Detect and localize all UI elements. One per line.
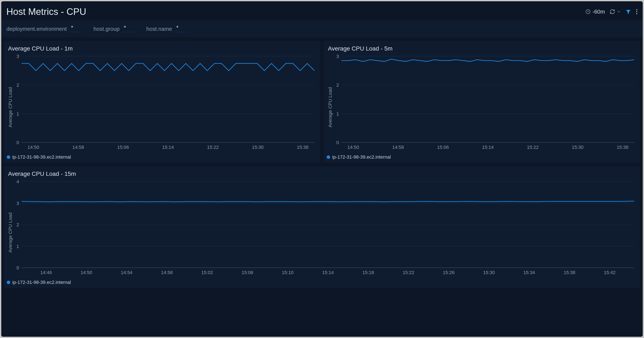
svg-text:3: 3 bbox=[16, 54, 19, 59]
more-menu-button[interactable] bbox=[636, 9, 638, 15]
svg-text:15:02: 15:02 bbox=[201, 270, 213, 275]
svg-text:15:26: 15:26 bbox=[443, 270, 454, 275]
header-actions: -60m bbox=[585, 9, 638, 15]
svg-text:15:38: 15:38 bbox=[564, 270, 575, 275]
chart-svg: 012314:5014:5815:0615:1415:2215:3015:38 bbox=[333, 54, 636, 152]
svg-text:0: 0 bbox=[16, 140, 19, 145]
filter-value: * bbox=[70, 24, 81, 32]
svg-text:15:30: 15:30 bbox=[572, 145, 584, 150]
svg-text:15:18: 15:18 bbox=[362, 270, 374, 275]
svg-text:1: 1 bbox=[16, 244, 19, 249]
panel-title: Average CPU Load - 15m bbox=[8, 170, 636, 177]
time-range-picker[interactable]: -60m bbox=[585, 9, 605, 15]
svg-text:15:38: 15:38 bbox=[617, 145, 628, 150]
svg-text:14:50: 14:50 bbox=[348, 145, 359, 150]
chart-svg: 0123414:4614:5014:5414:5815:0215:0615:10… bbox=[13, 179, 636, 277]
svg-text:2: 2 bbox=[16, 222, 19, 227]
filter-deployment-environment[interactable]: deployment.environment * bbox=[6, 24, 81, 33]
panel-cpu-5m: Average CPU Load - 5m Average CPU Load 0… bbox=[324, 41, 640, 163]
svg-point-3 bbox=[636, 13, 637, 14]
filter-value: * bbox=[175, 24, 186, 32]
svg-point-1 bbox=[636, 9, 637, 10]
svg-text:14:58: 14:58 bbox=[161, 270, 173, 275]
panel-cpu-15m: Average CPU Load - 15m Average CPU Load … bbox=[4, 166, 640, 288]
legend[interactable]: ip-172-31-98-39.ec2.internal bbox=[7, 154, 316, 160]
svg-text:15:06: 15:06 bbox=[437, 145, 449, 150]
svg-text:15:22: 15:22 bbox=[527, 145, 538, 150]
legend[interactable]: ip-172-31-98-39.ec2.internal bbox=[327, 154, 636, 160]
svg-text:1: 1 bbox=[16, 111, 19, 117]
legend-swatch bbox=[7, 281, 10, 284]
legend-label: ip-172-31-98-39.ec2.internal bbox=[12, 154, 71, 160]
panel-grid: Average CPU Load - 1m Average CPU Load 0… bbox=[1, 38, 643, 291]
svg-text:14:58: 14:58 bbox=[392, 145, 404, 150]
time-range-label: -60m bbox=[592, 9, 605, 15]
svg-text:15:10: 15:10 bbox=[282, 270, 294, 275]
svg-text:14:46: 14:46 bbox=[40, 270, 52, 275]
svg-text:15:38: 15:38 bbox=[297, 145, 308, 150]
y-axis-label: Average CPU Load bbox=[7, 179, 13, 277]
svg-text:3: 3 bbox=[336, 54, 339, 59]
refresh-icon bbox=[610, 9, 615, 15]
filter-value: * bbox=[122, 24, 134, 32]
filter-label: host.group bbox=[94, 26, 120, 32]
svg-text:15:06: 15:06 bbox=[242, 270, 253, 275]
svg-text:0: 0 bbox=[16, 265, 19, 270]
svg-text:14:58: 14:58 bbox=[72, 145, 84, 150]
legend-swatch bbox=[327, 155, 330, 159]
page-title: Host Metrics - CPU bbox=[6, 6, 86, 17]
svg-text:15:30: 15:30 bbox=[252, 145, 264, 150]
svg-text:15:34: 15:34 bbox=[523, 270, 535, 275]
svg-text:0: 0 bbox=[336, 140, 339, 145]
svg-text:15:06: 15:06 bbox=[117, 145, 129, 150]
chevron-down-icon bbox=[617, 10, 621, 14]
panel-title: Average CPU Load - 5m bbox=[328, 45, 636, 52]
svg-text:14:54: 14:54 bbox=[121, 270, 132, 275]
chart-wrap: Average CPU Load 012314:5014:5815:0615:1… bbox=[7, 54, 316, 152]
legend-swatch bbox=[7, 155, 10, 159]
clock-icon bbox=[585, 9, 591, 15]
refresh-button[interactable] bbox=[610, 9, 621, 15]
filter-host-group[interactable]: host.group * bbox=[94, 24, 134, 33]
dashboard-app: Host Metrics - CPU -60m deployment.envir… bbox=[0, 0, 644, 338]
chart-cpu-15m[interactable]: 0123414:4614:5014:5414:5815:0215:0615:10… bbox=[13, 179, 636, 277]
svg-text:1: 1 bbox=[336, 111, 339, 117]
filter-button[interactable] bbox=[625, 9, 631, 15]
svg-text:3: 3 bbox=[16, 201, 19, 206]
filter-icon bbox=[625, 9, 631, 15]
svg-text:15:22: 15:22 bbox=[207, 145, 219, 150]
panel-title: Average CPU Load - 1m bbox=[8, 45, 316, 52]
svg-text:14:50: 14:50 bbox=[80, 270, 92, 275]
svg-text:15:30: 15:30 bbox=[483, 270, 495, 275]
svg-text:4: 4 bbox=[16, 179, 19, 184]
chart-cpu-5m[interactable]: 012314:5014:5815:0615:1415:2215:3015:38 bbox=[333, 54, 636, 152]
svg-text:15:14: 15:14 bbox=[482, 145, 494, 150]
filter-bar: deployment.environment * host.group * ho… bbox=[1, 20, 643, 38]
svg-text:15:14: 15:14 bbox=[162, 145, 174, 150]
svg-point-2 bbox=[636, 11, 637, 12]
legend[interactable]: ip-172-31-98-39.ec2.internal bbox=[7, 280, 636, 285]
chart-svg: 012314:5014:5815:0615:1415:2215:3015:38 bbox=[13, 54, 316, 152]
svg-text:15:14: 15:14 bbox=[322, 270, 334, 275]
svg-text:2: 2 bbox=[16, 82, 19, 88]
legend-label: ip-172-31-98-39.ec2.internal bbox=[332, 154, 391, 160]
header: Host Metrics - CPU -60m bbox=[1, 1, 643, 20]
svg-text:15:22: 15:22 bbox=[402, 270, 414, 275]
svg-text:2: 2 bbox=[336, 82, 339, 88]
more-vertical-icon bbox=[636, 9, 638, 15]
svg-text:15:42: 15:42 bbox=[604, 270, 616, 275]
legend-label: ip-172-31-98-39.ec2.internal bbox=[12, 280, 71, 285]
filter-label: deployment.environment bbox=[6, 26, 67, 32]
panel-cpu-1m: Average CPU Load - 1m Average CPU Load 0… bbox=[4, 41, 320, 163]
filter-host-name[interactable]: host.name * bbox=[146, 24, 186, 33]
chart-wrap: Average CPU Load 0123414:4614:5014:5414:… bbox=[7, 179, 636, 277]
filter-label: host.name bbox=[146, 26, 172, 32]
svg-text:14:50: 14:50 bbox=[28, 145, 39, 150]
chart-cpu-1m[interactable]: 012314:5014:5815:0615:1415:2215:3015:38 bbox=[13, 54, 316, 152]
y-axis-label: Average CPU Load bbox=[7, 54, 13, 152]
chart-wrap: Average CPU Load 012314:5014:5815:0615:1… bbox=[327, 54, 636, 152]
y-axis-label: Average CPU Load bbox=[327, 54, 333, 152]
